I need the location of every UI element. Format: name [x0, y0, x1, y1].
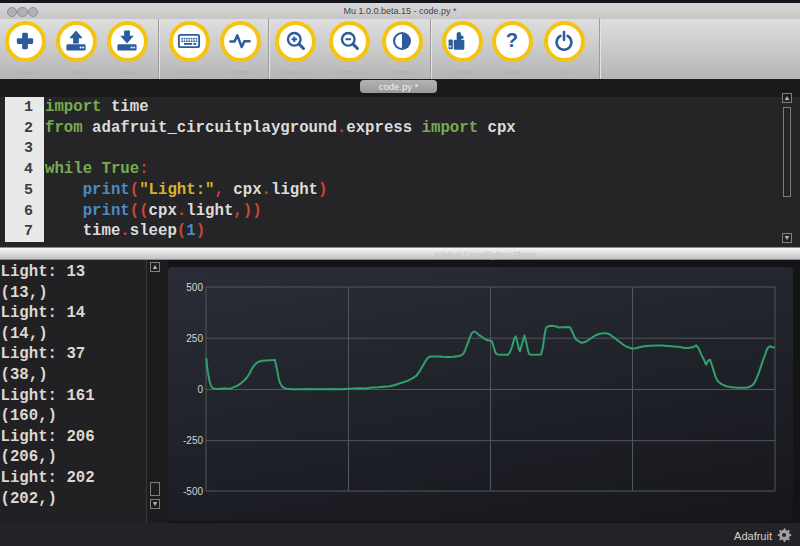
- svg-text:?: ?: [506, 30, 518, 52]
- svg-text:0: 0: [197, 384, 203, 395]
- svg-text:-500: -500: [183, 486, 203, 497]
- svg-text:500: 500: [186, 282, 203, 293]
- svg-text:250: 250: [186, 333, 203, 344]
- svg-text:-250: -250: [183, 435, 203, 446]
